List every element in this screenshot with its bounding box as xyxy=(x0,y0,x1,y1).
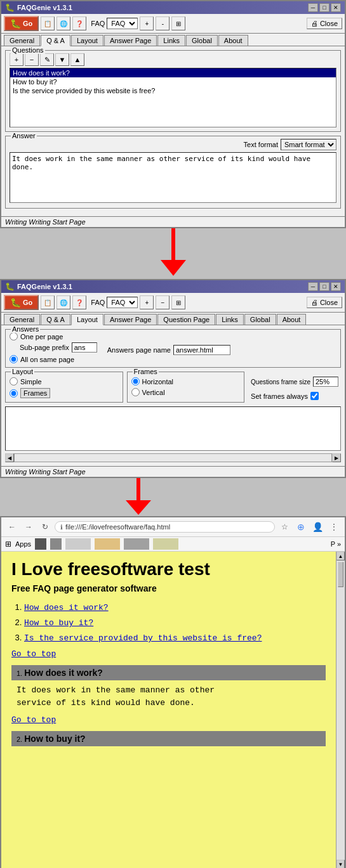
tab2-layout[interactable]: Layout xyxy=(71,314,103,325)
question-item-2[interactable]: How to buy it? xyxy=(10,77,336,86)
answer-textarea[interactable]: It does work in the same manner as other… xyxy=(10,152,336,203)
add-btn2[interactable]: + xyxy=(140,295,154,309)
scroll-down-btn[interactable]: ▼ xyxy=(336,860,345,868)
options-btn1[interactable]: ⊞ xyxy=(171,16,185,30)
tab2-questionpage[interactable]: Question Page xyxy=(157,314,215,325)
questions-group-label: Questions xyxy=(11,46,45,54)
copy-button1[interactable]: 📋 xyxy=(41,16,55,30)
tab1-about[interactable]: About xyxy=(218,35,248,46)
back-button[interactable]: ← xyxy=(5,520,19,534)
faq-select1[interactable]: FAQ xyxy=(107,18,138,29)
section1-answer: It does work in the same manner as other… xyxy=(17,684,321,709)
tab2-answerpage[interactable]: Answer Page xyxy=(104,314,157,325)
vertical-radio[interactable] xyxy=(131,388,140,396)
bm-item-1[interactable] xyxy=(65,538,91,550)
move-down-btn[interactable]: ▲ xyxy=(70,53,84,66)
window2-tabs: General Q & A Layout Answer Page Questio… xyxy=(1,313,345,325)
faq-select2[interactable]: FAQ xyxy=(107,297,138,308)
horizontal-radio[interactable] xyxy=(131,377,140,385)
subpage-prefix-label: Sub-page prefix xyxy=(20,344,69,351)
tab2-qa[interactable]: Q & A xyxy=(41,314,70,325)
chrome-btn[interactable]: ⊕ xyxy=(294,520,308,534)
bm-item-4[interactable] xyxy=(153,538,178,550)
faq-toc-link-1[interactable]: How does it work? xyxy=(24,603,109,612)
edit-question-btn[interactable]: ✎ xyxy=(40,53,54,66)
close-button1[interactable]: 🖨 Close xyxy=(307,18,342,29)
bm-favicon-2[interactable] xyxy=(50,538,62,550)
vertical-label: Vertical xyxy=(142,389,165,396)
url-bar[interactable]: ℹ file:///E:/ilovefreesoftware/faq.html xyxy=(55,521,275,533)
format-select[interactable]: Smart format Plain text HTML xyxy=(281,139,336,150)
set-frames-always-checkbox[interactable] xyxy=(310,392,319,400)
profile-btn[interactable]: 👤 xyxy=(310,520,324,534)
one-per-page-radio[interactable] xyxy=(10,332,18,340)
tab1-layout[interactable]: Layout xyxy=(71,35,103,46)
one-per-page-item: One per page xyxy=(10,332,97,340)
bm-favicon-1[interactable] xyxy=(35,538,46,550)
window1-minimize[interactable]: ─ xyxy=(308,3,318,12)
tab1-links[interactable]: Links xyxy=(157,35,185,46)
remove-btn2[interactable]: − xyxy=(156,295,170,309)
close-label2: Close xyxy=(320,299,338,306)
star-button[interactable]: ☆ xyxy=(277,520,291,534)
answer-group: Answer Text format Smart format Plain te… xyxy=(5,136,341,209)
close-button2[interactable]: 🖨 Close xyxy=(307,297,342,308)
scroll-right-btn[interactable]: ▶ xyxy=(332,453,341,462)
section1-num: 1. xyxy=(17,670,24,677)
frames-radio[interactable] xyxy=(10,389,18,398)
tab2-global[interactable]: Global xyxy=(244,314,276,325)
options-btn2[interactable]: ⊞ xyxy=(171,295,185,309)
bm-item-3[interactable] xyxy=(124,538,149,550)
all-same-page-radio[interactable] xyxy=(10,355,18,363)
copy-button2[interactable]: 📋 xyxy=(41,295,55,309)
h-scrollbar-row: ◀ ▶ xyxy=(5,453,341,462)
add-question-btn[interactable]: + xyxy=(10,53,23,66)
menu-button[interactable]: ⋮ xyxy=(327,520,341,534)
window2-maximize[interactable]: □ xyxy=(319,282,329,291)
help-button1[interactable]: ❓ xyxy=(72,16,86,30)
faq-page-title: I Love freesoftware test xyxy=(11,559,326,580)
bm-more[interactable]: P » xyxy=(331,540,341,548)
window2-minimize[interactable]: ─ xyxy=(308,282,318,291)
text-format-row: Text format Smart format Plain text HTML xyxy=(10,139,336,150)
goto-top-2[interactable]: Go to top xyxy=(11,715,326,725)
tab2-general[interactable]: General xyxy=(4,314,40,325)
answers-group: Answers One per page Sub-page prefix All… xyxy=(5,329,341,368)
remove-question-btn[interactable]: − xyxy=(25,53,39,66)
apps-label[interactable]: Apps xyxy=(15,540,31,548)
tab1-general[interactable]: General xyxy=(4,35,40,46)
answers-page-name-input[interactable] xyxy=(173,345,230,355)
help-button2[interactable]: ❓ xyxy=(72,295,86,309)
go-button1[interactable]: 🐛 Go xyxy=(4,16,39,31)
scroll-thumb[interactable] xyxy=(338,562,343,587)
remove-btn1[interactable]: - xyxy=(156,16,170,30)
faq-toc-link-3[interactable]: Is the service provided by this website … xyxy=(24,633,262,643)
tab2-links[interactable]: Links xyxy=(216,314,244,325)
window1-title-left: 🐛 FAQGenie v1.3.1 xyxy=(5,3,72,12)
tab1-answerpage[interactable]: Answer Page xyxy=(104,35,157,46)
scroll-left-btn[interactable]: ◀ xyxy=(5,453,14,462)
window1-close[interactable]: ✕ xyxy=(331,3,341,12)
forward-button[interactable]: → xyxy=(22,520,36,534)
tab1-qa[interactable]: Q & A xyxy=(41,35,70,46)
qframe-input[interactable] xyxy=(313,377,338,387)
tab1-global[interactable]: Global xyxy=(186,35,218,46)
faq-toc-link-2[interactable]: How to buy it? xyxy=(24,618,93,628)
globe-button2[interactable]: 🌐 xyxy=(57,295,70,309)
window2-close[interactable]: ✕ xyxy=(331,282,341,291)
tab2-about[interactable]: About xyxy=(277,314,307,325)
globe-button1[interactable]: 🌐 xyxy=(57,16,70,30)
question-item-1[interactable]: How does it work? xyxy=(10,68,336,77)
window1-maximize[interactable]: □ xyxy=(319,3,329,12)
scroll-up-btn[interactable]: ▲ xyxy=(336,552,345,560)
subpage-prefix-input[interactable] xyxy=(72,342,97,353)
question-item-3[interactable]: Is the service provided by this website … xyxy=(10,86,336,95)
go-button2[interactable]: 🐛 Go xyxy=(4,295,39,310)
move-up-btn[interactable]: ▼ xyxy=(55,53,69,66)
goto-top-1[interactable]: Go to top xyxy=(11,649,326,659)
simple-radio[interactable] xyxy=(10,377,18,385)
bm-item-2[interactable] xyxy=(95,538,120,550)
add-btn1[interactable]: + xyxy=(140,16,154,30)
faq-label2: FAQ xyxy=(91,299,105,306)
refresh-button[interactable]: ↻ xyxy=(38,520,52,534)
